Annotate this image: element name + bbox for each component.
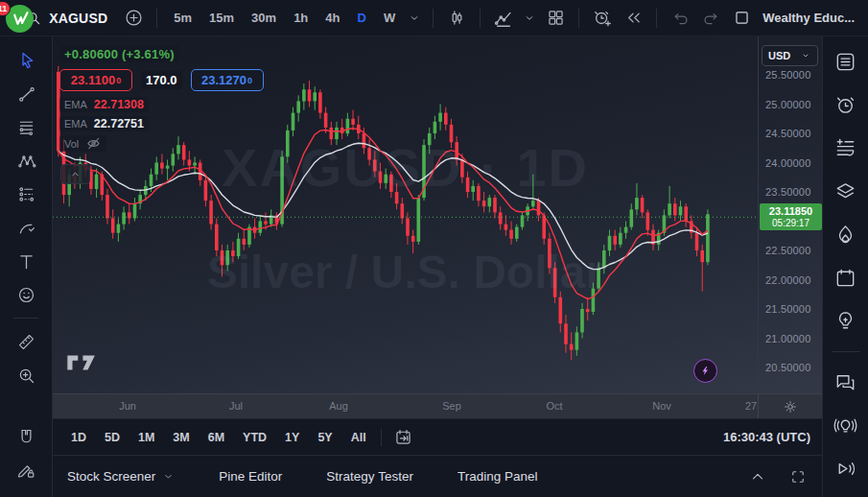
zoom-in-tool-button[interactable] (12, 365, 40, 386)
pattern-tool-button[interactable] (12, 150, 40, 171)
compare-add-button[interactable] (119, 4, 148, 33)
lightning-button[interactable] (693, 359, 717, 383)
timeframe-d[interactable]: D (349, 6, 373, 30)
undo-button[interactable] (666, 4, 694, 33)
projection-icon (16, 184, 36, 204)
watchlist-button[interactable] (831, 49, 861, 75)
legend-collapse-button[interactable] (60, 164, 90, 184)
tradingview-logo[interactable] (65, 353, 98, 372)
axis-corner-divider (758, 394, 759, 418)
workspace: XAGUSD · 1D Silver / U.S. Dollar +0.8060… (0, 36, 868, 497)
text-tool-button[interactable] (12, 250, 40, 272)
timeframe-30m[interactable]: 30m (244, 6, 284, 30)
timeframe-15m[interactable]: 15m (201, 6, 242, 30)
panel-expand-button[interactable] (743, 462, 772, 491)
range-all[interactable]: All (344, 427, 373, 448)
bar-replay-button[interactable] (619, 4, 647, 33)
price-tick: 22.00000 (765, 274, 810, 286)
toolbar-separator (578, 9, 579, 28)
redo-icon (701, 8, 721, 28)
sell-button[interactable]: 23.11000 (59, 69, 132, 91)
range-1m[interactable]: 1M (131, 427, 161, 448)
chat-bubbles-icon (833, 370, 857, 394)
go-to-date-button[interactable] (389, 423, 418, 452)
range-ytd[interactable]: YTD (236, 427, 273, 448)
range-5y[interactable]: 5Y (311, 427, 339, 448)
indicators-button[interactable] (489, 4, 518, 33)
ruler-icon (16, 332, 36, 352)
time-tick-oct[interactable]: Oct (546, 394, 562, 418)
price-tick: 20.50000 (765, 362, 810, 373)
timeframe-5m[interactable]: 5m (166, 6, 199, 30)
app-logo[interactable]: 11 (6, 3, 8, 34)
plus-circle-icon (124, 8, 144, 28)
time-tick-jul[interactable]: Jul (229, 394, 243, 418)
chart-canvas-area[interactable]: XAGUSD · 1D Silver / U.S. Dollar +0.8060… (53, 36, 758, 393)
tab-stock-screener[interactable]: Stock Screener (67, 469, 175, 484)
chats-button[interactable] (831, 369, 861, 395)
magnet-tool-button[interactable] (12, 426, 40, 447)
redo-button[interactable] (696, 4, 725, 33)
time-tick-aug[interactable]: Aug (329, 394, 348, 418)
tab-pine-editor[interactable]: Pine Editor (219, 469, 282, 484)
watchlist-icon (833, 50, 857, 74)
time-axis[interactable]: JunJulAugSepOctNov27 (53, 393, 822, 418)
chevron-up-icon (69, 168, 82, 180)
layout-grid-button[interactable] (541, 4, 570, 33)
measure-tool-button[interactable] (12, 331, 40, 352)
utc-clock[interactable]: 16:30:43 (UTC) (723, 430, 810, 444)
time-tick-jun[interactable]: Jun (119, 394, 136, 418)
range-buttons: 1D5D1M3M6MYTD1Y5YAll (64, 427, 373, 448)
drawing-lock-button[interactable] (12, 460, 40, 481)
notifications-playback-button[interactable] (831, 456, 861, 482)
time-tick-nov[interactable]: Nov (652, 394, 671, 418)
symbol-search[interactable]: XAGUSD (19, 6, 117, 31)
cursor-tool-button[interactable] (12, 49, 40, 70)
notes-button[interactable] (831, 135, 861, 161)
chart-settings-button[interactable] (779, 395, 802, 418)
trend-line-tool-button[interactable] (12, 83, 40, 104)
logo-glyph (11, 9, 30, 28)
range-1d[interactable]: 1D (64, 427, 93, 448)
object-tree-button[interactable] (831, 178, 861, 204)
emoji-tool-button[interactable] (12, 284, 40, 305)
chevron-down-icon (522, 11, 537, 26)
panel-maximize-button[interactable] (784, 462, 812, 491)
time-tick-27[interactable]: 27 (745, 394, 757, 418)
hotlists-button[interactable] (831, 222, 861, 248)
ema-fast-legend[interactable]: EMA 22.71308 (59, 97, 149, 112)
indicators-dropdown-button[interactable] (520, 4, 539, 33)
timeframe-1h[interactable]: 1h (286, 6, 316, 30)
streams-button[interactable] (831, 413, 861, 438)
range-5d[interactable]: 5D (98, 427, 127, 448)
indicators-icon (493, 8, 514, 29)
save-layout-control[interactable]: Wealthy Educ... (727, 5, 860, 31)
range-3m[interactable]: 3M (166, 427, 196, 448)
ideas-button[interactable] (831, 308, 861, 334)
create-alert-button[interactable] (588, 4, 617, 33)
currency-selector[interactable]: USD (762, 45, 818, 66)
range-6m[interactable]: 6M (201, 427, 231, 448)
alerts-button[interactable] (831, 92, 861, 118)
price-axis[interactable]: USD 25.5000025.0000024.5000024.0000023.5… (758, 36, 822, 393)
range-1y[interactable]: 1Y (278, 427, 306, 448)
price-tick: 24.50000 (765, 128, 810, 139)
buy-button[interactable]: 23.12700 (191, 69, 264, 91)
time-tick-sep[interactable]: Sep (442, 394, 461, 418)
fib-retracement-tool-button[interactable] (12, 116, 40, 137)
calendar-button[interactable] (831, 265, 861, 291)
timeframe-w[interactable]: W (376, 6, 403, 30)
ema-slow-legend[interactable]: EMA 22.72751 (59, 116, 149, 131)
tab-strategy-tester[interactable]: Strategy Tester (326, 469, 413, 484)
chart-style-button[interactable] (442, 4, 471, 33)
volume-legend[interactable]: Vol (59, 135, 106, 152)
brush-tool-button[interactable] (12, 217, 40, 238)
eye-slash-icon[interactable] (85, 136, 102, 151)
live-idea-waves-icon (833, 414, 857, 438)
forecast-tool-button[interactable] (12, 183, 40, 204)
tab-trading-panel[interactable]: Trading Panel (457, 469, 538, 484)
lightbulb-icon (833, 309, 857, 333)
timeframe-dropdown-button[interactable] (405, 4, 424, 33)
timeframe-4h[interactable]: 4h (317, 6, 347, 30)
alert-clock-plus-icon (592, 8, 613, 29)
